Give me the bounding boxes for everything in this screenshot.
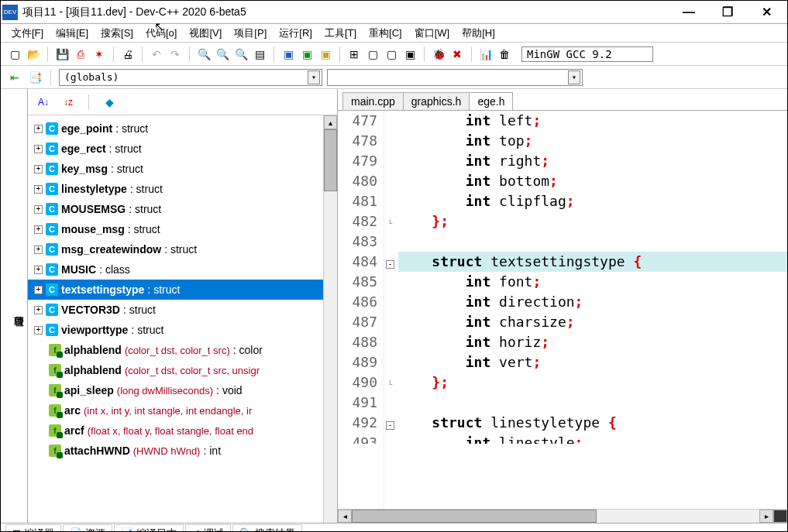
rebuild-icon[interactable]: ⊞: [346, 46, 362, 62]
compile-run-icon[interactable]: ▣: [318, 46, 333, 62]
menu-item[interactable]: 运行[R]: [273, 25, 318, 42]
editor-hscrollbar[interactable]: ◂ ▸: [338, 509, 787, 523]
scroll-up-icon[interactable]: ▴: [324, 115, 337, 129]
tree-item[interactable]: +C mouse_msg: struct: [28, 219, 337, 239]
output-tab[interactable]: ✓调试: [185, 524, 231, 533]
save-all-icon[interactable]: ⎙: [73, 46, 88, 62]
side-tab[interactable]: 项目管理: [10, 306, 27, 312]
expander-icon[interactable]: +: [34, 266, 43, 274]
output-tab[interactable]: 📊编译日志: [114, 524, 184, 533]
menu-item[interactable]: 项目[P]: [228, 25, 273, 42]
maximize-button[interactable]: ❐: [708, 2, 747, 23]
trash-icon[interactable]: 🗑: [497, 46, 512, 62]
print-icon[interactable]: 🖨: [120, 46, 136, 62]
back-icon[interactable]: ⇤: [7, 70, 22, 85]
class-tree[interactable]: +C ege_point: struct+C ege_rect: struct+…: [28, 115, 337, 523]
redo-icon[interactable]: ↷: [167, 46, 183, 62]
expander-icon[interactable]: +: [34, 326, 43, 335]
menu-item[interactable]: 代码[o]: [139, 25, 183, 42]
menu-item[interactable]: 编辑[E]: [50, 25, 95, 42]
menu-item[interactable]: 重构[C]: [363, 25, 408, 42]
expander-icon[interactable]: +: [34, 225, 43, 234]
expander-icon[interactable]: +: [34, 145, 43, 153]
new-file-icon[interactable]: ▢: [7, 46, 22, 62]
profile-icon[interactable]: 📊: [478, 46, 494, 62]
tab-icon: ⊞: [12, 527, 21, 532]
tree-item[interactable]: f attachHWND (HWND hWnd): int: [28, 441, 337, 461]
item-name: key_msg: [61, 163, 108, 175]
tree-item[interactable]: f api_sleep (long dwMilliseconds): void: [28, 380, 337, 400]
tree-item[interactable]: +C ege_rect: struct: [28, 139, 337, 159]
menu-item[interactable]: 帮助[H]: [456, 25, 501, 42]
editor-tab[interactable]: main.cpp: [342, 92, 404, 110]
expander-icon[interactable]: +: [34, 205, 43, 214]
tree-item[interactable]: +C key_msg: struct: [28, 159, 337, 179]
expander-icon[interactable]: +: [34, 286, 43, 294]
output-tab[interactable]: ⊞编译器: [5, 524, 61, 533]
clean-icon[interactable]: ▢: [384, 46, 399, 62]
save-icon[interactable]: 💾: [54, 46, 70, 62]
sort-alpha-icon[interactable]: A↓: [36, 94, 51, 110]
tree-item[interactable]: +C viewporttype: struct: [28, 320, 337, 340]
compiler-selector[interactable]: MinGW GCC 9.2: [521, 46, 653, 62]
minimize-button[interactable]: —: [669, 2, 708, 23]
scroll-right-icon[interactable]: ▸: [759, 510, 773, 523]
expander-icon[interactable]: +: [34, 185, 43, 194]
scroll-thumb[interactable]: [324, 129, 337, 191]
scope-combo[interactable]: (globals) ▾: [59, 69, 322, 86]
expander-icon[interactable]: +: [34, 245, 43, 254]
tree-item[interactable]: +C linestyletype: struct: [28, 179, 337, 199]
find-icon[interactable]: 🔍: [196, 46, 212, 62]
menu-item[interactable]: 工具[T]: [318, 25, 363, 42]
menu-item[interactable]: 窗口[W]: [408, 25, 456, 42]
fold-icon[interactable]: -: [386, 260, 394, 269]
fold-icon[interactable]: -: [386, 421, 394, 430]
replace-icon[interactable]: 🔍: [215, 46, 230, 62]
tree-item[interactable]: f arc (int x, int y, int stangle, int en…: [28, 400, 337, 420]
stop-icon[interactable]: ✖: [449, 46, 465, 62]
view-icon[interactable]: ◆: [102, 94, 117, 110]
menu-item[interactable]: 搜索[S]: [95, 25, 139, 42]
syntax-icon[interactable]: ▢: [365, 46, 380, 62]
tree-item[interactable]: +C MUSIC: class: [28, 259, 337, 280]
find-next-icon[interactable]: 🔍: [233, 46, 249, 62]
menu-item[interactable]: 视图[V]: [183, 25, 228, 42]
open-icon[interactable]: 📂: [26, 46, 41, 62]
code-area[interactable]: int left; int top; int right; int bottom…: [398, 111, 787, 509]
editor-tab[interactable]: ege.h: [469, 92, 513, 110]
all-icon[interactable]: ▣: [402, 46, 418, 62]
tree-scrollbar[interactable]: ▴: [323, 115, 337, 523]
run-icon[interactable]: ▣: [299, 46, 315, 62]
expander-icon[interactable]: +: [34, 306, 43, 314]
tree-item[interactable]: +C VECTOR3D: struct: [28, 300, 337, 320]
output-tab[interactable]: 🔍搜索结果: [232, 524, 302, 533]
scroll-thumb[interactable]: [352, 510, 597, 523]
bookmark-icon[interactable]: 📑: [27, 70, 43, 85]
tree-item[interactable]: f alphablend (color_t dst, color_t src, …: [28, 360, 337, 380]
tree-item[interactable]: f alphablend (color_t dst, color_t src):…: [28, 340, 337, 360]
member-combo[interactable]: ▾: [327, 69, 583, 86]
debug-icon[interactable]: 🐞: [431, 46, 446, 62]
close-file-icon[interactable]: ✶: [91, 46, 107, 62]
fold-column[interactable]: └-└-: [384, 111, 398, 509]
tree-item[interactable]: +C MOUSEMSG: struct: [28, 199, 337, 219]
chevron-down-icon[interactable]: ▾: [568, 70, 580, 84]
sort-type-icon[interactable]: ↓z: [60, 94, 76, 110]
scroll-left-icon[interactable]: ◂: [338, 510, 352, 523]
compile-icon[interactable]: ▣: [280, 46, 296, 62]
goto-icon[interactable]: ▤: [252, 46, 267, 62]
code-editor[interactable]: 4774784794804814824834844854864874884894…: [338, 111, 787, 509]
editor-tab[interactable]: graphics.h: [403, 92, 470, 110]
close-button[interactable]: ✕: [747, 2, 786, 23]
tree-item[interactable]: +C ege_point: struct: [28, 118, 337, 139]
output-tab[interactable]: 📄资源: [63, 524, 112, 533]
item-params: (float x, float y, float stangle, float …: [88, 425, 253, 437]
menu-item[interactable]: 文件[F]: [5, 25, 50, 42]
undo-icon[interactable]: ↶: [149, 46, 164, 62]
expander-icon[interactable]: +: [34, 165, 43, 173]
tree-item[interactable]: +C textsettingstype: struct: [28, 280, 337, 300]
expander-icon[interactable]: +: [34, 125, 43, 133]
tree-item[interactable]: f arcf (float x, float y, float stangle,…: [28, 420, 337, 441]
chevron-down-icon[interactable]: ▾: [308, 70, 320, 84]
tree-item[interactable]: +C msg_createwindow: struct: [28, 239, 337, 259]
